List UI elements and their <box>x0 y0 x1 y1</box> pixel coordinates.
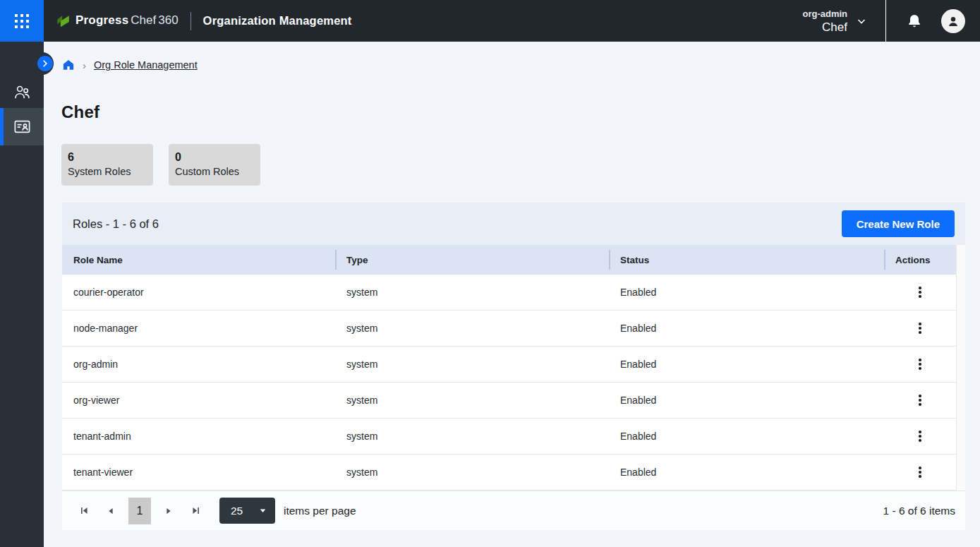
cell-type: system <box>335 467 609 478</box>
last-page-button[interactable] <box>186 502 205 520</box>
progress-logo-icon <box>56 13 71 29</box>
row-actions-menu-icon[interactable] <box>910 318 930 338</box>
main-content: › Org Role Management Chef 6 System Role… <box>44 42 980 547</box>
cell-role-name: org-admin <box>62 359 335 370</box>
brand-logo: Progress Chef 360 <box>56 13 179 29</box>
last-page-icon <box>191 506 200 515</box>
sidebar <box>0 42 44 547</box>
breadcrumb-link-org-role-management[interactable]: Org Role Management <box>94 59 198 71</box>
table-row: org-viewer system Enabled <box>62 383 956 419</box>
active-indicator <box>0 108 4 145</box>
items-per-page-label: items per page <box>284 505 356 517</box>
cell-status: Enabled <box>609 287 884 298</box>
cell-role-name: tenant-viewer <box>62 467 335 478</box>
cell-status: Enabled <box>609 467 884 478</box>
header-divider <box>190 12 191 30</box>
row-actions-menu-icon[interactable] <box>910 282 930 302</box>
users-icon <box>13 83 32 102</box>
cell-role-name: courier-operator <box>62 287 335 298</box>
breadcrumb-separator-icon: › <box>83 59 86 71</box>
top-header: Progress Chef 360 Organization Managemen… <box>0 0 980 42</box>
pagination-summary: 1 - 6 of 6 items <box>883 505 955 517</box>
cell-type: system <box>335 359 609 370</box>
pagination-bar: 1 25 items per page 1 - 6 of 6 items <box>62 491 965 530</box>
sidebar-expand-button[interactable] <box>37 56 53 71</box>
brand-progress-text: Progress <box>75 13 128 28</box>
row-actions-menu-icon[interactable] <box>910 462 930 482</box>
page-size-value: 25 <box>231 505 243 517</box>
table-row: courier-operator system Enabled <box>62 275 956 311</box>
cell-status: Enabled <box>609 395 884 406</box>
cell-type: system <box>335 287 609 298</box>
brand-chef-text: Chef <box>131 13 156 28</box>
id-badge-icon <box>13 117 32 136</box>
next-page-button[interactable] <box>159 502 178 520</box>
next-page-icon <box>164 507 173 515</box>
table-row: org-admin system Enabled <box>62 347 956 383</box>
table-header-row: Role Name Type Status Actions <box>62 245 956 275</box>
dropdown-caret-icon <box>259 507 267 515</box>
stat-cards: 6 System Roles 0 Custom Roles <box>61 144 260 186</box>
row-actions-menu-icon[interactable] <box>910 426 930 446</box>
previous-page-icon <box>107 507 115 515</box>
first-page-button[interactable] <box>75 502 93 520</box>
cell-status: Enabled <box>609 323 884 334</box>
user-menu[interactable]: org-admin Chef <box>802 8 847 35</box>
user-role-label: org-admin <box>802 8 847 20</box>
breadcrumb: › Org Role Management <box>62 59 198 71</box>
system-roles-label: System Roles <box>68 164 147 179</box>
chevron-right-icon <box>41 59 49 68</box>
custom-roles-label: Custom Roles <box>175 164 254 179</box>
page-title: Chef <box>61 102 99 122</box>
system-roles-card[interactable]: 6 System Roles <box>61 144 153 186</box>
page-size-dropdown[interactable]: 25 <box>219 498 275 524</box>
roles-table: Role Name Type Status Actions courier-op… <box>62 245 965 491</box>
column-header-role-name[interactable]: Role Name <box>62 245 335 275</box>
cell-status: Enabled <box>609 359 884 370</box>
table-row: node-manager system Enabled <box>62 311 956 347</box>
custom-roles-count: 0 <box>175 150 254 164</box>
table-row: tenant-viewer system Enabled <box>62 455 956 491</box>
cell-role-name: tenant-admin <box>62 431 335 442</box>
cell-role-name: org-viewer <box>62 395 335 406</box>
app-grid-button[interactable] <box>0 0 44 42</box>
person-icon <box>945 13 961 29</box>
bell-icon <box>906 13 923 30</box>
current-page-button[interactable]: 1 <box>128 498 151 524</box>
custom-roles-card[interactable]: 0 Custom Roles <box>169 144 260 186</box>
user-org-label: Chef <box>802 20 847 35</box>
app-grid-icon <box>15 14 29 28</box>
brand-360-text: 360 <box>158 13 178 28</box>
app-title: Organization Management <box>203 14 352 28</box>
column-header-type[interactable]: Type <box>335 245 609 275</box>
row-actions-menu-icon[interactable] <box>910 354 930 374</box>
cell-type: system <box>335 323 609 334</box>
column-header-actions: Actions <box>884 245 956 275</box>
row-actions-menu-icon[interactable] <box>910 390 930 410</box>
table-scrollbar[interactable] <box>956 245 965 491</box>
roles-panel-header: Roles - 1 - 6 of 6 Create New Role <box>62 203 965 245</box>
previous-page-button[interactable] <box>102 502 120 520</box>
sidebar-item-users[interactable] <box>0 76 44 108</box>
cell-role-name: node-manager <box>62 323 335 334</box>
create-new-role-button[interactable]: Create New Role <box>842 210 955 237</box>
roles-panel: Roles - 1 - 6 of 6 Create New Role Role … <box>62 203 965 530</box>
cell-status: Enabled <box>609 431 884 442</box>
table-row: tenant-admin system Enabled <box>62 419 956 455</box>
avatar[interactable] <box>941 9 965 33</box>
home-icon[interactable] <box>62 59 75 71</box>
column-header-status[interactable]: Status <box>609 245 884 275</box>
chevron-down-icon[interactable] <box>856 16 867 27</box>
roles-panel-title: Roles - 1 - 6 of 6 <box>73 217 159 231</box>
first-page-icon <box>80 506 89 515</box>
system-roles-count: 6 <box>68 150 147 164</box>
notifications-button[interactable] <box>906 13 923 30</box>
cell-type: system <box>335 395 609 406</box>
cell-type: system <box>335 431 609 442</box>
sidebar-item-org-roles[interactable] <box>0 108 44 145</box>
header-vertical-divider <box>885 0 886 42</box>
